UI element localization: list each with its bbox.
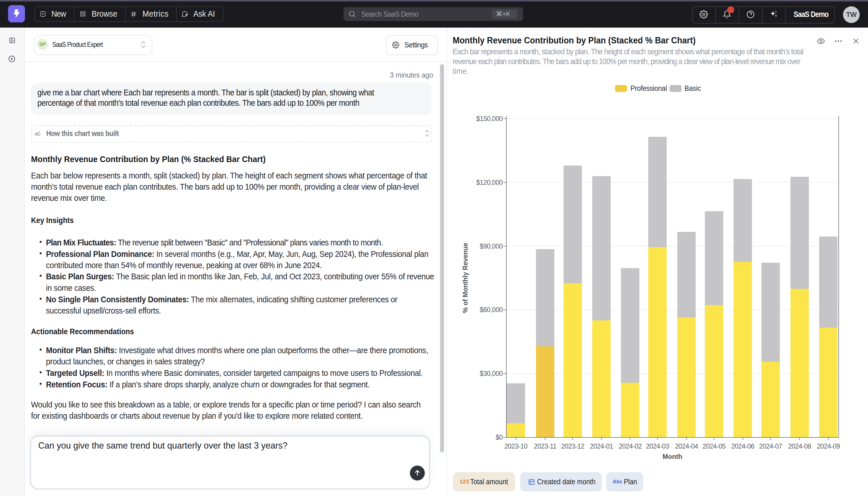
- svg-text:$60,000: $60,000: [480, 306, 503, 313]
- svg-text:$90,000: $90,000: [480, 243, 503, 250]
- svg-text:2023-11: 2023-11: [534, 443, 557, 450]
- svg-text:2024-06: 2024-06: [731, 443, 754, 450]
- svg-text:% of Monthly Revenue: % of Monthly Revenue: [462, 243, 469, 313]
- svg-text:$30,000: $30,000: [480, 370, 503, 377]
- svg-text:2024-05: 2024-05: [703, 443, 725, 450]
- svg-text:2023-10: 2023-10: [504, 443, 527, 450]
- svg-text:2024-07: 2024-07: [759, 443, 782, 450]
- svg-text:Month: Month: [663, 453, 682, 460]
- svg-text:2024-01: 2024-01: [590, 443, 613, 450]
- svg-text:2024-08: 2024-08: [788, 443, 811, 450]
- svg-text:2023-12: 2023-12: [561, 443, 584, 450]
- svg-text:2024-09: 2024-09: [817, 443, 840, 450]
- svg-text:2024-02: 2024-02: [619, 443, 642, 450]
- svg-text:$120,000: $120,000: [476, 179, 503, 186]
- svg-text:$0: $0: [496, 434, 503, 441]
- svg-text:$150,000: $150,000: [476, 115, 503, 122]
- svg-text:2024-03: 2024-03: [646, 443, 669, 450]
- svg-text:2024-04: 2024-04: [675, 443, 698, 450]
